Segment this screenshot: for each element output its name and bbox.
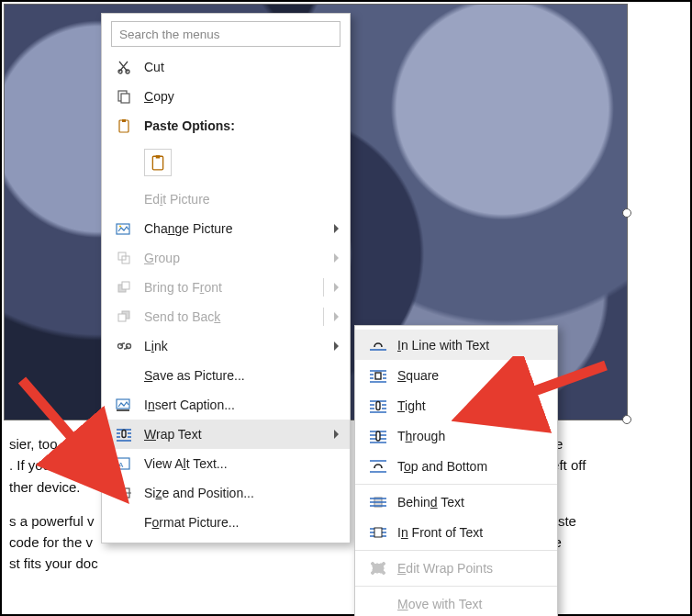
menu-label: Wrap Text [144, 427, 202, 442]
menu-label: Behind Text [397, 495, 464, 510]
menu-label: Group [144, 251, 180, 265]
size-position-icon [113, 486, 135, 500]
menu-label: View Alt Text... [144, 456, 228, 471]
paste-options-row [102, 140, 350, 185]
svg-rect-3 [121, 94, 129, 103]
menu-label: Size and Position... [144, 486, 254, 500]
menu-label: Insert Caption... [144, 398, 235, 412]
svg-rect-16 [117, 344, 122, 349]
edit-wrap-points-icon [366, 561, 390, 576]
menu-label: Save as Picture... [144, 368, 245, 383]
resize-handle-bottom-right[interactable] [622, 415, 631, 424]
menu-label: Tight [397, 398, 426, 413]
svg-point-62 [372, 571, 374, 574]
svg-text:A: A [118, 461, 124, 469]
menu-label: Change Picture [144, 221, 233, 236]
document-canvas: sier, too, in he us on the . If you need… [0, 0, 692, 616]
resize-handle-right[interactable] [622, 208, 631, 218]
svg-rect-15 [118, 314, 126, 321]
search-input[interactable]: Search the menus [111, 21, 340, 47]
menu-label: In Line with Text [397, 338, 489, 353]
submenu-behind[interactable]: Behind Text [355, 484, 557, 517]
svg-rect-13 [122, 282, 129, 289]
svg-point-9 [119, 226, 121, 228]
menu-bring-front: Bring to Front [102, 273, 350, 302]
menu-label: Cut [144, 60, 164, 74]
menu-label: Square [397, 368, 439, 383]
svg-rect-58 [374, 528, 382, 537]
menu-cut[interactable]: Cut [102, 52, 350, 82]
change-picture-icon [113, 221, 135, 236]
link-icon [113, 339, 135, 353]
cut-icon [113, 60, 135, 74]
inline-icon [366, 338, 390, 353]
menu-label: Copy [144, 89, 174, 104]
menu-label: Top and Bottom [397, 459, 487, 474]
menu-label: Through [397, 429, 445, 443]
menu-paste-options: Paste Options: [102, 111, 350, 140]
svg-point-60 [372, 562, 374, 565]
menu-copy[interactable]: Copy [102, 82, 350, 111]
menu-label: Link [144, 339, 168, 353]
menu-label: Edit Picture [144, 192, 210, 207]
svg-point-0 [118, 70, 122, 73]
svg-rect-17 [126, 344, 130, 349]
submenu-inline[interactable]: In Line with Text [355, 330, 557, 360]
menu-edit-picture: Edit Picture [102, 185, 350, 214]
menu-label: Format Picture... [144, 515, 240, 530]
menu-group: Group [102, 243, 350, 273]
menu-link[interactable]: Link [102, 331, 350, 361]
wrap-text-submenu: In Line with Text Square Tight Through T… [354, 325, 558, 616]
svg-rect-7 [156, 155, 161, 158]
menu-wrap-text[interactable]: Wrap Text [102, 420, 350, 449]
submenu-in-front[interactable]: In Front of Text [355, 517, 557, 547]
behind-icon [366, 495, 390, 510]
menu-insert-caption[interactable]: Insert Caption... [102, 390, 350, 420]
menu-label: Bring to Front [144, 280, 222, 295]
menu-view-alt-text[interactable]: A View Alt Text... [102, 449, 350, 478]
square-icon [366, 368, 390, 383]
menu-label: Edit Wrap Points [397, 561, 493, 576]
menu-save-as-picture[interactable]: Save as Picture... [102, 361, 350, 390]
in-front-icon [366, 525, 390, 540]
svg-rect-5 [122, 119, 126, 122]
menu-label: Send to Back [144, 309, 220, 324]
top-bottom-icon [366, 459, 390, 474]
menu-label: Move with Text [397, 597, 482, 611]
menu-label: Paste Options: [144, 118, 235, 133]
send-back-icon [113, 309, 135, 324]
group-icon [113, 251, 135, 265]
svg-point-63 [383, 571, 385, 574]
bring-front-icon [113, 280, 135, 295]
svg-rect-59 [373, 564, 384, 573]
menu-size-position[interactable]: Size and Position... [102, 478, 350, 508]
svg-point-61 [383, 562, 385, 565]
svg-rect-38 [375, 373, 381, 379]
wrap-text-icon [113, 427, 135, 442]
submenu-edit-wrap-points: Edit Wrap Points [355, 550, 557, 583]
menu-send-back: Send to Back [102, 302, 350, 331]
submenu-move-with-text: Move with Text [355, 586, 557, 616]
submenu-tight[interactable]: Tight [355, 390, 557, 420]
tight-icon [366, 398, 390, 413]
submenu-square[interactable]: Square [355, 360, 557, 390]
insert-caption-icon [113, 398, 135, 412]
svg-rect-19 [117, 409, 129, 411]
copy-icon [113, 89, 135, 104]
menu-format-picture[interactable]: Format Picture... [102, 508, 350, 537]
paste-icon [113, 118, 135, 133]
paste-keep-source-button[interactable] [144, 149, 172, 176]
context-menu: Search the menus Cut Copy Paste Options: [101, 13, 351, 543]
submenu-through[interactable]: Through [355, 420, 557, 451]
alt-text-icon: A [113, 456, 135, 471]
menu-label: In Front of Text [397, 525, 483, 540]
menu-change-picture[interactable]: Change Picture [102, 214, 350, 243]
through-icon [366, 429, 390, 443]
submenu-top-bottom[interactable]: Top and Bottom [355, 451, 557, 481]
